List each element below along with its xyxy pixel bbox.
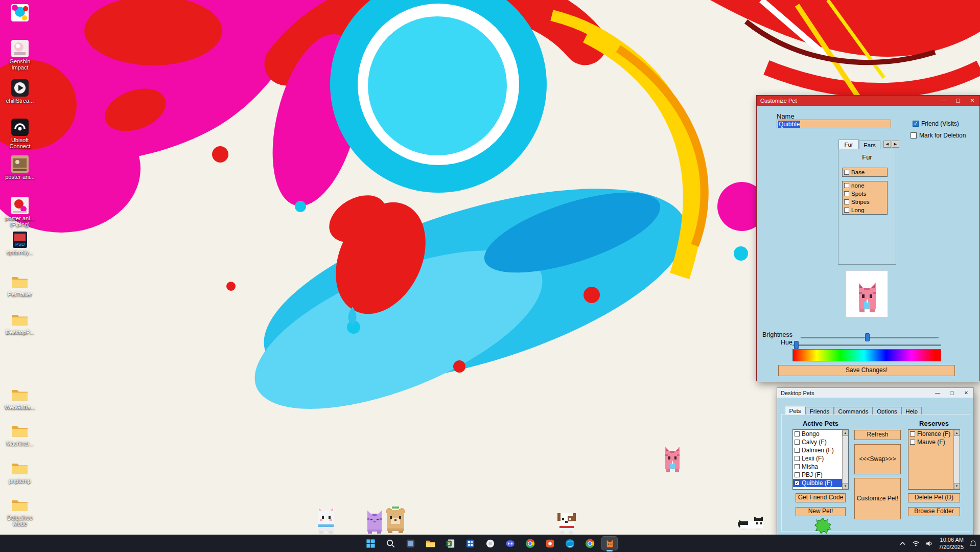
maximize-icon[interactable]: ▢ bbox=[951, 96, 965, 106]
desktop-icon-poster-ani[interactable]: poster ani... bbox=[1, 155, 39, 180]
notification-bell-icon[interactable] bbox=[969, 540, 977, 547]
pet-name-input[interactable]: Quibble bbox=[777, 120, 891, 128]
chrome-icon[interactable] bbox=[522, 536, 538, 550]
desktop-icon-poster-ani-piping[interactable]: poster ani... (Piping) bbox=[1, 197, 39, 228]
minimize-icon[interactable]: — bbox=[937, 96, 951, 106]
customize-pet-button[interactable]: Customize Pet! bbox=[854, 478, 901, 519]
orange-app-icon[interactable] bbox=[542, 536, 558, 550]
tab-scroll-left-icon[interactable]: ◀ bbox=[883, 141, 891, 148]
delete-pet-button[interactable]: Delete Pet (D) bbox=[908, 493, 960, 502]
maximize-icon[interactable]: ▢ bbox=[945, 388, 959, 398]
desktop-icon-desktopp[interactable]: DesktopP... bbox=[1, 311, 39, 335]
checkbox[interactable] bbox=[910, 431, 915, 436]
desktop-pet-tuxedo-cat[interactable] bbox=[737, 514, 765, 533]
friend-visits-checkbox-row[interactable]: Friend (Visits) bbox=[913, 120, 959, 127]
scroll-down-icon[interactable]: ▼ bbox=[843, 483, 849, 489]
scroll-up-icon[interactable]: ▲ bbox=[843, 430, 849, 436]
checkbox[interactable] bbox=[844, 183, 849, 188]
discord-icon[interactable] bbox=[502, 536, 518, 550]
volume-icon[interactable] bbox=[925, 540, 933, 547]
mark-deletion-checkbox-row[interactable]: Mark for Deletion bbox=[911, 132, 966, 139]
list-item[interactable]: Bongo bbox=[793, 430, 842, 438]
desktop-icon-genshin[interactable]: Genshin Impact bbox=[1, 40, 39, 71]
checkbox[interactable] bbox=[844, 208, 849, 213]
excel-icon[interactable]: X bbox=[442, 536, 458, 550]
list-item[interactable]: PBJ (F) bbox=[793, 471, 842, 479]
checkbox[interactable] bbox=[795, 440, 800, 445]
taskbar-clock[interactable]: 10:06 AM 7/20/2025 bbox=[939, 536, 964, 551]
desktop-icon-chillstrea[interactable]: chillStrea... bbox=[1, 79, 39, 104]
checkbox[interactable] bbox=[795, 472, 800, 477]
checkbox[interactable] bbox=[795, 456, 800, 461]
brightness-slider-thumb[interactable] bbox=[865, 333, 870, 341]
brightness-slider[interactable] bbox=[801, 337, 939, 338]
desktop-icon-art[interactable] bbox=[1, 4, 39, 22]
checkbox[interactable] bbox=[844, 191, 849, 196]
desktop-pet-tan-bear[interactable] bbox=[384, 505, 407, 534]
refresh-button[interactable]: Refresh bbox=[854, 430, 901, 440]
browse-folder-button[interactable]: Browse Folder bbox=[908, 507, 960, 516]
close-icon[interactable]: ✕ bbox=[959, 388, 973, 398]
get-friend-code-button[interactable]: Get Friend Code bbox=[796, 493, 846, 502]
friend-checkbox[interactable] bbox=[913, 121, 919, 127]
list-item[interactable]: Dalmien (F) bbox=[793, 446, 842, 454]
scrollbar[interactable]: ▲ ▼ bbox=[842, 430, 848, 489]
close-icon[interactable]: ✕ bbox=[965, 96, 979, 106]
list-item-selected[interactable]: Quibble (F) bbox=[793, 479, 842, 487]
minimize-icon[interactable]: — bbox=[930, 388, 945, 398]
list-item[interactable]: none bbox=[843, 181, 887, 190]
desktop-icon-ubisoft[interactable]: Ubisoft Connect bbox=[1, 119, 39, 150]
desktop-icon-spdamily[interactable]: PSD spdamily... bbox=[1, 231, 39, 256]
tab-ears[interactable]: Ears bbox=[859, 141, 880, 149]
chrome-profile-icon[interactable] bbox=[581, 536, 598, 550]
desktop-pets-app-icon[interactable] bbox=[601, 536, 618, 550]
scroll-down-icon[interactable]: ▼ bbox=[954, 483, 960, 489]
desktop-pet-white-cat[interactable] bbox=[316, 505, 336, 534]
swap-button[interactable]: <<<Swap>>> bbox=[854, 444, 901, 474]
fur-options-list[interactable]: none Spots Stripes Long bbox=[842, 181, 888, 215]
file-explorer-icon[interactable] bbox=[422, 536, 438, 550]
checkbox[interactable] bbox=[910, 440, 915, 445]
list-item[interactable]: Lexii (F) bbox=[793, 454, 842, 463]
list-item[interactable]: Long bbox=[843, 206, 887, 214]
tab-scroll-right-icon[interactable]: ▶ bbox=[892, 141, 899, 148]
desktop-icon-pettrailer[interactable]: PetTrailer bbox=[1, 273, 39, 297]
customize-window-titlebar[interactable]: Customize Pet — ▢ ✕ bbox=[757, 96, 979, 106]
hue-slider[interactable] bbox=[792, 344, 941, 346]
desktop-pet-quibble[interactable] bbox=[663, 445, 682, 474]
list-item[interactable]: Calvy (F) bbox=[793, 438, 842, 446]
list-item[interactable]: Mauve (F) bbox=[908, 438, 953, 446]
save-changes-button[interactable]: Save Changes! bbox=[778, 365, 955, 376]
scroll-up-icon[interactable]: ▲ bbox=[954, 430, 960, 436]
wifi-icon[interactable] bbox=[912, 540, 920, 547]
desktop-pet-purple-cat[interactable] bbox=[365, 510, 384, 534]
desktop-icon-pnptemp[interactable]: pnptemp bbox=[1, 459, 39, 484]
desktop-icon-webglba[interactable]: WebGLBa... bbox=[1, 386, 39, 410]
checkbox[interactable] bbox=[844, 170, 849, 175]
list-item[interactable]: Base bbox=[843, 168, 887, 176]
checkbox[interactable] bbox=[795, 448, 800, 453]
list-item[interactable]: Florence (F) bbox=[908, 430, 953, 438]
checkbox[interactable] bbox=[844, 199, 849, 204]
checkbox[interactable] bbox=[795, 464, 800, 469]
desktop-icon-machinal[interactable]: Machinal... bbox=[1, 422, 39, 447]
tab-fur[interactable]: Fur bbox=[838, 140, 859, 149]
checkbox[interactable] bbox=[795, 480, 800, 486]
checkbox[interactable] bbox=[795, 431, 800, 436]
tray-chevron-icon[interactable] bbox=[899, 540, 906, 547]
reserves-list[interactable]: Florence (F) Mauve (F) ▲ ▼ bbox=[908, 429, 960, 490]
scrollbar[interactable]: ▲ ▼ bbox=[953, 430, 960, 489]
office-app-icon[interactable] bbox=[462, 536, 478, 550]
list-item[interactable]: Stripes bbox=[843, 198, 887, 206]
hue-gradient-bar[interactable] bbox=[792, 349, 941, 361]
widgets-app-icon[interactable] bbox=[402, 536, 418, 550]
edge-icon[interactable] bbox=[562, 536, 578, 550]
new-pet-button[interactable]: New Pet! bbox=[796, 507, 846, 516]
pets-window-titlebar[interactable]: Desktop Pets — ▢ ✕ bbox=[777, 388, 973, 398]
search-icon[interactable] bbox=[382, 536, 399, 550]
deletion-checkbox[interactable] bbox=[911, 132, 917, 139]
desktop-pet-dog[interactable] bbox=[556, 510, 577, 534]
start-button[interactable] bbox=[362, 536, 379, 550]
desktop-icon-daiquihoo[interactable]: Daiquihoo Mode bbox=[1, 496, 39, 527]
white-app-icon[interactable] bbox=[482, 536, 498, 550]
